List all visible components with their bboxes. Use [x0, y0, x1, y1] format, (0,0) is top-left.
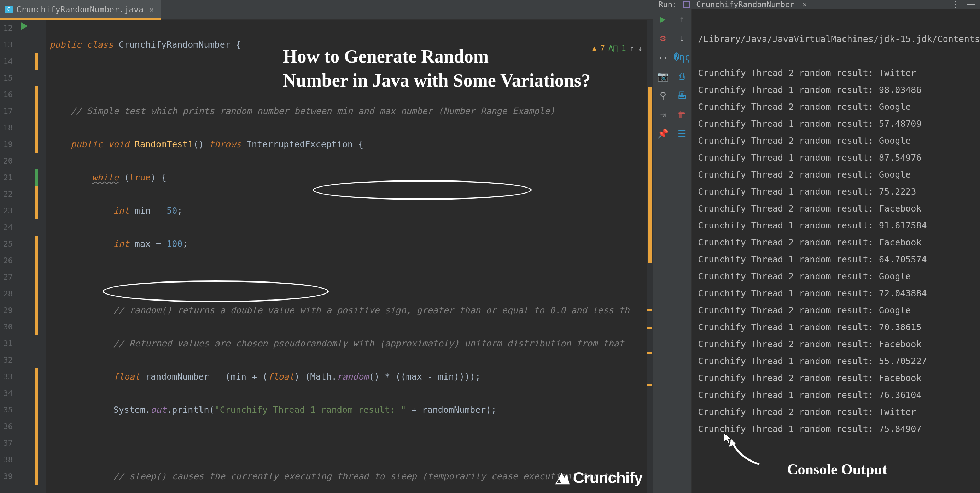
run-controls-primary: ▶ ⚙ ▭ 📷 ⚲ ⇥ 📌: [653, 9, 673, 493]
pin-icon[interactable]: 📌: [657, 128, 668, 139]
mouse-cursor-icon: [723, 433, 734, 443]
exit-icon[interactable]: ⇥: [657, 109, 668, 120]
tab-bar: C CrunchifyRandomNumber.java ×: [0, 0, 653, 20]
annotation-console-label: Console Output: [787, 461, 888, 478]
console-line: Crunchify Thread 2 random result: Google: [698, 302, 980, 319]
keyword: public class: [49, 40, 113, 50]
rerun-icon[interactable]: ▶: [657, 14, 668, 24]
console-line: Crunchify Thread 2 random result: Facebo…: [698, 336, 980, 353]
change-marker: [35, 169, 38, 186]
stop-icon[interactable]: ⚙: [657, 33, 668, 43]
prev-highlight-icon[interactable]: ↑: [630, 44, 634, 52]
warning-count: 7: [600, 44, 605, 52]
run-config-name[interactable]: CrunchifyRandomNumber: [696, 0, 794, 9]
soft-wrap-icon[interactable]: �ης: [677, 52, 687, 62]
keyword: public void: [71, 139, 129, 149]
console-output[interactable]: /Library/Java/JavaVirtualMachines/jdk-15…: [692, 9, 980, 493]
close-run-tab-icon[interactable]: ×: [802, 0, 807, 9]
comment: // random() returns a double value with …: [113, 305, 630, 315]
console-line: Crunchify Thread 2 random result: Google: [698, 132, 980, 149]
keyword: int: [113, 206, 129, 216]
comment: // sleep() causes the currently executin…: [113, 471, 624, 481]
gutter-run-icons: [16, 20, 35, 493]
comment: // Returned values are chosen pseudorand…: [113, 338, 624, 349]
keyword: int: [113, 239, 129, 249]
console-line: Crunchify Thread 1 random result: 55.705…: [698, 353, 980, 370]
minimize-icon[interactable]: [967, 4, 975, 5]
ide-root: C CrunchifyRandomNumber.java × 121314151…: [0, 0, 980, 493]
up-icon[interactable]: ↑: [677, 14, 687, 24]
console-line: Crunchify Thread 1 random result: 64.705…: [698, 251, 980, 268]
editor-tab[interactable]: C CrunchifyRandomNumber.java ×: [0, 0, 161, 19]
tab-filename: CrunchifyRandomNumber.java: [16, 5, 143, 14]
print-icon[interactable]: 🖶: [677, 90, 687, 101]
inspections-widget[interactable]: ▲7 Aͯ1 ↑ ↓: [592, 44, 643, 52]
java-file-icon: C: [5, 6, 13, 13]
exit-message: Process finished with exit code 130 (int…: [698, 488, 980, 493]
warning-marker[interactable]: [648, 352, 652, 354]
console-line: Crunchify Thread 2 random result: Google: [698, 166, 980, 183]
keyword: while: [92, 172, 118, 182]
console-line: Crunchify Thread 2 random result: Twitte…: [698, 65, 980, 82]
run-header: Run: CrunchifyRandomNumber × ⋮: [653, 0, 980, 9]
change-marker: [35, 368, 38, 485]
layout-icon[interactable]: ▭: [657, 52, 668, 62]
console-line: Crunchify Thread 1 random result: 87.549…: [698, 149, 980, 166]
warning-marker[interactable]: [648, 327, 652, 329]
console-line: Crunchify Thread 2 random result: Twitte…: [698, 404, 980, 421]
run-tool-window: Run: CrunchifyRandomNumber × ⋮ ▶ ⚙ ▭ 📷 ⚲…: [653, 0, 980, 493]
logo-icon: [554, 470, 570, 485]
console-line: Crunchify Thread 1 random result: 98.034…: [698, 82, 980, 98]
run-config-icon: [683, 2, 690, 8]
jdk-path: /Library/Java/JavaVirtualMachines/jdk-15…: [698, 31, 980, 48]
filter-icon[interactable]: ☰: [677, 128, 687, 139]
close-tab-icon[interactable]: ×: [149, 5, 154, 14]
change-marker: [35, 53, 38, 70]
console-line: Crunchify Thread 1 random result: 91.617…: [698, 217, 980, 234]
console-line: Crunchify Thread 1 random result: 75.222…: [698, 183, 980, 200]
console-line: Crunchify Thread 2 random result: Google: [698, 98, 980, 116]
attach-icon[interactable]: ⚲: [657, 90, 668, 101]
scroll-end-icon[interactable]: ⎙: [677, 71, 687, 82]
dump-icon[interactable]: 📷: [657, 71, 668, 82]
method-name: RandomTest1: [135, 139, 193, 149]
warning-stripe: [648, 87, 652, 263]
console-line: Crunchify Thread 1 random result: 70.386…: [698, 319, 980, 336]
console-line: Crunchify Thread 1 random result: 76.361…: [698, 387, 980, 404]
console-lines: Crunchify Thread 2 random result: Twitte…: [698, 65, 980, 438]
console-line: Crunchify Thread 2 random result: Google: [698, 268, 980, 285]
warning-marker[interactable]: [648, 384, 652, 386]
console-line: Crunchify Thread 1 random result: 75.849…: [698, 421, 980, 438]
gutter-line-numbers: 1213141516171819202122232425262728293031…: [0, 20, 16, 493]
typo-icon: Aͯ: [608, 44, 618, 52]
run-label: Run:: [658, 0, 677, 9]
console-line: Crunchify Thread 1 random result: 72.043…: [698, 285, 980, 302]
next-highlight-icon[interactable]: ↓: [638, 44, 643, 52]
change-marker: [35, 186, 38, 219]
keyword: float: [113, 371, 140, 382]
gutter-fold: [35, 20, 46, 493]
class-name: CrunchifyRandomNumber: [119, 40, 231, 50]
warning-marker[interactable]: [648, 309, 652, 311]
run-controls-secondary: ↑ ↓ �ης ⎙ 🖶 🗑 ☰: [673, 9, 692, 493]
clear-icon[interactable]: 🗑: [677, 109, 687, 120]
comment: // Simple test which prints random numbe…: [71, 106, 555, 116]
console-line: Crunchify Thread 2 random result: Facebo…: [698, 234, 980, 251]
crunchify-logo: Crunchify: [554, 469, 643, 487]
editor-pane: C CrunchifyRandomNumber.java × 121314151…: [0, 0, 653, 493]
run-line-icon[interactable]: [21, 22, 27, 30]
more-icon[interactable]: ⋮: [952, 0, 960, 9]
console-line: Crunchify Thread 2 random result: Facebo…: [698, 200, 980, 217]
warning-icon: ▲: [592, 44, 597, 52]
change-marker: [35, 86, 38, 152]
console-line: Crunchify Thread 1 random result: 57.487…: [698, 116, 980, 132]
code-area[interactable]: 1213141516171819202122232425262728293031…: [0, 20, 653, 493]
console-line: Crunchify Thread 2 random result: Facebo…: [698, 370, 980, 387]
console-body: ▶ ⚙ ▭ 📷 ⚲ ⇥ 📌 ↑ ↓ �ης ⎙ 🖶 🗑 ☰ /Library/J…: [653, 9, 980, 493]
down-icon[interactable]: ↓: [677, 33, 687, 43]
change-marker: [35, 236, 38, 335]
typo-count: 1: [622, 44, 626, 52]
code-body[interactable]: public class CrunchifyRandomNumber { // …: [46, 20, 647, 493]
error-stripe[interactable]: [647, 20, 653, 493]
